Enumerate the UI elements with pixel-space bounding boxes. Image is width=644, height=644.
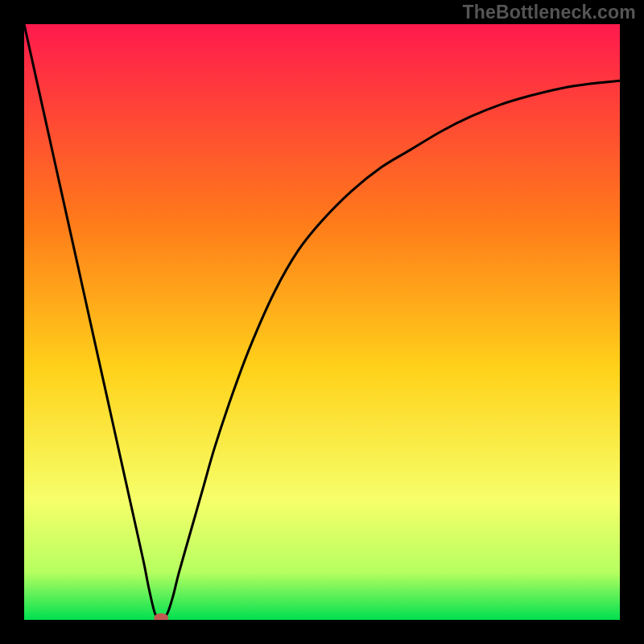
gradient-background [24, 24, 620, 620]
bottleneck-chart [24, 24, 620, 620]
watermark-text: TheBottleneck.com [462, 2, 636, 23]
chart-frame: TheBottleneck.com [0, 0, 644, 644]
